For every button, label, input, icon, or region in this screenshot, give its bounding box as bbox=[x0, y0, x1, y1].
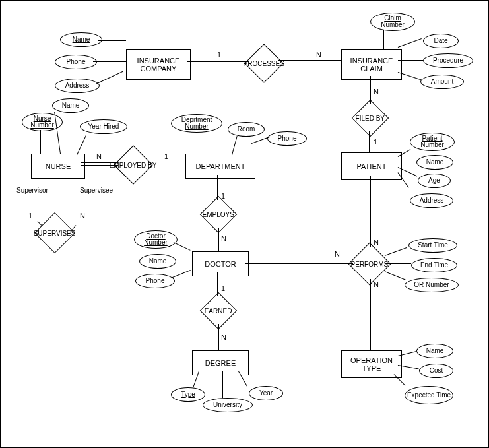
attr-doctor-number: Doctor Number bbox=[134, 230, 178, 249]
entity-insurance-claim: INSURANCE CLAIM bbox=[341, 49, 402, 80]
attr-dept-number: Deprtment Number bbox=[171, 114, 222, 133]
entity-insurance-company: INSURANCE COMPANY bbox=[126, 49, 191, 80]
entity-operation-type: OPERATION TYPE bbox=[341, 350, 402, 378]
card-processes-left: 1 bbox=[217, 51, 221, 59]
attr-degree-university: University bbox=[203, 398, 253, 412]
attr-doctor-phone: Phone bbox=[135, 274, 175, 288]
attr-dept-phone: Phone bbox=[267, 131, 307, 146]
card-employedby-right: 1 bbox=[164, 152, 168, 160]
entity-degree: DEGREE bbox=[192, 350, 249, 375]
card-employedby-left: N bbox=[96, 152, 102, 160]
attr-doctor-name: Name bbox=[139, 254, 176, 269]
attr-degree-year: Year bbox=[249, 386, 283, 400]
rel-supervises: SUPERVISES bbox=[34, 212, 75, 253]
attr-optype-cost: Cost bbox=[419, 364, 453, 378]
card-performs-patient: N bbox=[374, 238, 379, 246]
card-performs-doctor: N bbox=[335, 250, 340, 258]
attr-ins-company-name: Name bbox=[60, 32, 102, 47]
attr-dept-room: Room bbox=[228, 122, 265, 137]
attr-claim-number: Claim Number bbox=[370, 13, 415, 31]
entity-patient: PATIENT bbox=[341, 152, 402, 180]
role-supervisor: Supervisor bbox=[16, 187, 48, 194]
er-diagram: INSURANCE COMPANY Name Phone Address INS… bbox=[0, 0, 489, 448]
attr-patient-age: Age bbox=[418, 174, 451, 188]
attr-patient-name: Name bbox=[416, 155, 453, 170]
entity-nurse: NURSE bbox=[31, 154, 85, 179]
card-employs-bottom: N bbox=[221, 234, 226, 242]
card-supervises-many: N bbox=[80, 212, 85, 220]
attr-nurse-year-hired: Year Hired bbox=[80, 119, 127, 134]
card-employs-top: 1 bbox=[221, 192, 225, 200]
attr-claim-procedure: Procedure bbox=[423, 53, 473, 68]
attr-performs-start: Start Time bbox=[408, 238, 457, 253]
entity-doctor: DOCTOR bbox=[192, 251, 249, 276]
attr-ins-company-phone: Phone bbox=[55, 55, 97, 69]
role-supervisee: Supervisee bbox=[80, 187, 113, 194]
entity-department: DEPARTMENT bbox=[185, 154, 255, 179]
card-performs-optype: N bbox=[374, 280, 379, 288]
attr-performs-end: End Time bbox=[411, 258, 457, 272]
rel-employed-by: EMPLOYED BY bbox=[114, 145, 152, 184]
card-earned-bottom: N bbox=[221, 333, 226, 341]
attr-claim-amount: Amount bbox=[420, 75, 464, 89]
attr-claim-date: Date bbox=[423, 34, 459, 48]
card-earned-top: 1 bbox=[221, 284, 225, 292]
attr-optype-name: Name bbox=[416, 344, 453, 358]
rel-processes: PROCESSES bbox=[244, 44, 283, 82]
attr-nurse-name: Name bbox=[52, 98, 89, 113]
rel-filed-by: FILED BY bbox=[352, 100, 389, 137]
attr-ins-company-address: Address bbox=[55, 79, 100, 93]
card-filedby-top: N bbox=[374, 88, 379, 96]
attr-optype-expected: Expected Time bbox=[405, 386, 453, 404]
attr-degree-type: Type bbox=[171, 387, 205, 402]
card-supervises-one: 1 bbox=[28, 212, 32, 220]
card-processes-right: N bbox=[316, 51, 321, 59]
card-filedby-bottom: 1 bbox=[374, 138, 377, 146]
attr-performs-or: OR Number bbox=[405, 278, 459, 292]
attr-patient-number: Patient Number bbox=[410, 133, 455, 151]
attr-patient-address: Address bbox=[410, 193, 453, 208]
